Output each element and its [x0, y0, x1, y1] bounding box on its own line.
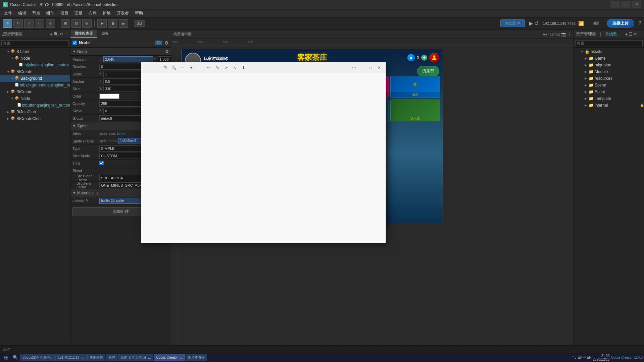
browser-grid-btn[interactable]: ⊞ [161, 64, 169, 71]
taskbar-image-viewer[interactable]: 图片查看器 [186, 354, 207, 361]
menu-help[interactable]: 帮助 [132, 10, 146, 17]
game-card-5[interactable]: 金 金花 [390, 76, 440, 98]
asset-folder-game[interactable]: ▶ 📁 Game [574, 55, 644, 62]
search-btn[interactable]: 🔍 [11, 354, 19, 362]
taskbar-cocos2d[interactable]: Cocos2D创胜系列... [20, 354, 55, 361]
node-settings-btn[interactable]: ⚙ [164, 40, 169, 46]
minimize-btn[interactable]: ─ [610, 1, 620, 8]
hierarchy-search-btn[interactable]: 🔍 [54, 32, 59, 37]
browser-window-btn[interactable]: □ [196, 64, 204, 71]
menu-extension[interactable]: 扩展 [100, 10, 113, 17]
section-gear[interactable]: ⚙ [165, 49, 169, 54]
tree-item-btjoin-link[interactable]: 📄 btjoinqianjinglian_context [0, 62, 70, 68]
help-btn[interactable]: ? [638, 20, 641, 26]
browser-minimize-btn[interactable]: ─ [358, 64, 365, 71]
asset-folder-script[interactable]: ▶ 📁 Script [574, 88, 644, 95]
menu-developer[interactable]: 开发者 [114, 10, 132, 17]
taskbar-meitu[interactable]: 美图秀秀 [87, 354, 105, 361]
tool-scale[interactable]: ⤢ [24, 19, 34, 28]
hierarchy-more-btn[interactable]: ⋮ [64, 32, 68, 37]
add-chips-btn[interactable]: + [421, 55, 427, 61]
hierarchy-add-btn[interactable]: + [50, 32, 53, 37]
close-btn[interactable]: ✕ [632, 1, 641, 8]
browser-zoomin-btn[interactable]: + [188, 64, 195, 71]
play-btn[interactable]: ▶ [97, 19, 107, 28]
asset-folder-template[interactable]: ▶ 📁 Template [574, 95, 644, 102]
tool-snap[interactable]: ⊞ [61, 19, 70, 28]
tool-pivot[interactable]: ◎ [82, 19, 92, 28]
tool-transform[interactable]: ⊹ [46, 19, 55, 28]
tree-item-node2[interactable]: ▼ 📦 Node [0, 95, 70, 102]
tab-inspector[interactable]: 属性检查器 [70, 29, 97, 38]
assets-more-btn[interactable]: ⋮ [638, 32, 642, 37]
menu-component[interactable]: 组件 [44, 10, 57, 17]
trim-checkbox[interactable] [99, 161, 104, 165]
start-btn[interactable]: ⊞ [1, 354, 11, 362]
browser-share-btn[interactable]: ↗ [222, 64, 230, 71]
taskbar-notepad[interactable]: 新建 文本文档.txt -... [118, 354, 153, 361]
taskbar-changpai[interactable]: 长牌 [106, 354, 117, 361]
3d-toggle[interactable]: 3D [134, 20, 145, 27]
browser-back-btn[interactable]: ← [144, 64, 151, 71]
tree-item-node1[interactable]: ▼ 📦 Node [0, 55, 70, 62]
asset-folder-resources[interactable]: ▶ 📁 resources [574, 75, 644, 82]
color-swatch[interactable] [99, 94, 119, 99]
tree-item-btcreate[interactable]: ▼ 📦 BtCreate [0, 68, 70, 75]
game-card-10[interactable]: 填大坑 [390, 100, 440, 121]
position-y-input[interactable] [158, 56, 171, 62]
browser-refresh-nav-btn[interactable]: ↩ [205, 64, 212, 71]
asset-folder-internal[interactable]: ▶ 📁 internal 🔒 [574, 102, 644, 109]
menu-layout[interactable]: 布局 [86, 10, 99, 17]
browser-zoomout-btn[interactable]: − [179, 64, 186, 71]
asset-folder-assets[interactable]: ▼ 🔒 assets [574, 48, 644, 55]
browser-fullscreen-btn[interactable]: ⤡ [231, 64, 239, 71]
maximize-btn[interactable]: □ [621, 1, 631, 8]
tree-item-background[interactable]: ▼ 📦 Background [0, 75, 70, 82]
assets-search[interactable] [575, 40, 643, 46]
tree-item-btcreate2[interactable]: ▶ 📦 BtCreate [0, 88, 70, 95]
browser-zoom-btn[interactable]: 🔍 [170, 64, 178, 71]
scene-camera-btn[interactable]: 📷 [561, 32, 566, 37]
assets-list-btn[interactable]: ☰ [629, 32, 633, 37]
menu-project[interactable]: 项目 [58, 10, 71, 17]
tool-rect[interactable]: ▭ [35, 19, 44, 28]
taskbar-ip[interactable]: 121.40.212.19 -... [55, 354, 86, 361]
node-section-header[interactable]: ▼ Node ⚙ [70, 48, 171, 56]
asset-folder-migration[interactable]: ▶ 📁 migration [574, 62, 644, 68]
browser-more-btn[interactable]: ⋯ [351, 64, 357, 71]
tree-item-btjoinclub[interactable]: ▶ 📦 BtJoinClub [0, 109, 70, 115]
menu-edit[interactable]: 编辑 [15, 10, 29, 17]
browser-download-btn[interactable]: ⬇ [240, 64, 247, 71]
hierarchy-refresh-btn[interactable]: ↺ [60, 32, 63, 37]
menu-panel[interactable]: 面板 [72, 10, 85, 17]
browser-btn[interactable]: 浏览器 ▼ [500, 19, 525, 27]
pause-btn[interactable]: ⏸ [108, 19, 117, 28]
tool-move[interactable]: ✥ [3, 19, 12, 28]
step-btn[interactable]: ⏭ [119, 19, 128, 28]
asset-folder-module[interactable]: ▶ 📁 Module [574, 68, 644, 75]
refresh-btn[interactable]: ↺ [534, 20, 539, 26]
browser-close-btn[interactable]: ✕ [376, 64, 383, 71]
menu-file[interactable]: 文件 [1, 10, 15, 17]
upload-btn[interactable]: 连接上传 [607, 19, 634, 27]
browser-maximize-btn[interactable]: □ [367, 64, 374, 71]
scene-more-btn[interactable]: ⋮ [567, 32, 572, 37]
tool-local[interactable]: ⊡ [71, 19, 81, 28]
menu-node[interactable]: 节点 [30, 10, 43, 17]
hierarchy-search[interactable] [1, 40, 69, 46]
asset-folder-scene[interactable]: ▶ 📁 Scene [574, 82, 644, 88]
play-remote-btn[interactable]: ▶ [529, 20, 533, 26]
node-active-checkbox[interactable] [72, 41, 77, 45]
tree-item-btcreateclub[interactable]: ▶ 📦 BtCreateClub [0, 115, 70, 122]
position-x-input[interactable] [103, 56, 153, 62]
tool-rotate[interactable]: ↻ [13, 19, 23, 28]
assets-add-btn[interactable]: + [625, 32, 628, 37]
taskbar-cocos-creator[interactable]: Cocos Creator -... [154, 354, 185, 361]
browser-forward-btn[interactable]: → [153, 64, 160, 71]
tree-item-btjoin[interactable]: ▼ 📦 BTJoin [0, 48, 70, 55]
tree-item-btn-link[interactable]: 📄 btbuttonqianjinglian_button [0, 102, 70, 109]
tree-item-bg-link[interactable]: 📄 btbackgroundqianjinglian_backgr [0, 82, 70, 88]
club-btn[interactable]: 俱乐部 [417, 66, 439, 76]
tab-services[interactable]: 服务 [97, 29, 113, 38]
assets-refresh-btn[interactable]: ↺ [634, 32, 637, 37]
